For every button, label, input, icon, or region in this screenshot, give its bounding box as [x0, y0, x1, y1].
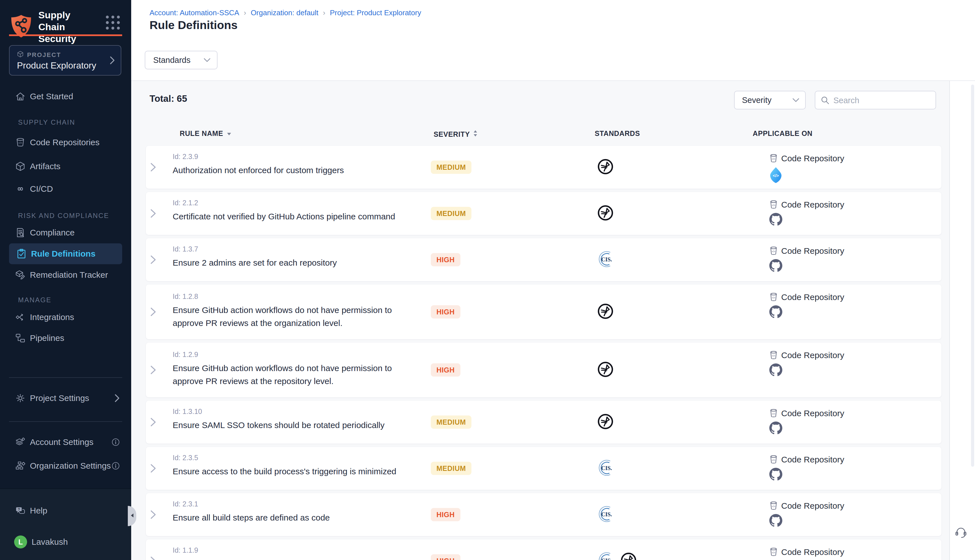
breadcrumb-separator: › — [323, 8, 326, 17]
row-expand-chevron-icon[interactable] — [150, 162, 157, 173]
code-language-icon: </> — [769, 167, 844, 185]
code-repository-icon: </> — [769, 350, 778, 360]
sidebar: Supply Chain Security PROJECT Product Ex… — [0, 0, 131, 560]
standards-icons — [598, 205, 613, 222]
sidebar-item-pipelines[interactable]: Pipelines — [0, 329, 131, 347]
sidebar-item-project-settings[interactable]: Project Settings — [0, 389, 131, 407]
svg-text:</>: </> — [772, 158, 775, 160]
gear-icon — [15, 393, 26, 403]
row-expand-chevron-icon[interactable] — [150, 254, 157, 265]
row-expand-chevron-icon[interactable] — [150, 364, 157, 376]
sidebar-item-label: Pipelines — [30, 333, 64, 343]
app-title: Supply Chain Security — [38, 9, 98, 45]
code-repository-icon: </> — [769, 246, 778, 256]
table-row[interactable]: Id: 2.3.5Ensure access to the build proc… — [146, 447, 942, 490]
severity-filter-label: Severity — [742, 96, 771, 105]
account-settings-icon — [15, 437, 26, 447]
rule-id: Id: 1.1.9 — [173, 546, 198, 554]
info-icon[interactable] — [112, 462, 120, 470]
accent-divider — [9, 34, 122, 36]
code-repository-icon: </> — [769, 408, 778, 418]
app-switcher-grid-icon[interactable] — [105, 15, 121, 32]
row-expand-chevron-icon[interactable] — [150, 509, 157, 520]
search-input[interactable] — [833, 92, 933, 109]
avatar: L — [14, 535, 27, 548]
sidebar-item-organization-settings[interactable]: Organization Settings — [0, 457, 131, 475]
sidebar-item-ci-cd[interactable]: CI/CD — [0, 180, 131, 198]
sidebar-item-help[interactable]: ? Help — [0, 502, 131, 520]
sidebar-item-get-started[interactable]: Get Started — [0, 87, 131, 105]
row-expand-chevron-icon[interactable] — [150, 463, 157, 474]
organization-settings-icon — [15, 460, 26, 471]
svg-text:</>: </> — [772, 297, 775, 299]
table-row[interactable]: Id: 1.2.9Ensure GitHub action workflows … — [146, 343, 942, 397]
standards-icons: CIS. — [598, 251, 614, 269]
support-headset-icon[interactable] — [955, 527, 967, 540]
severity-badge: HIGH — [431, 508, 461, 522]
scrollbar-thumb[interactable] — [971, 85, 974, 467]
code-repository-icon: </> — [769, 292, 778, 302]
breadcrumb-item[interactable]: Account: Automation-SSCA — [150, 8, 239, 17]
sidebar-item-label: Integrations — [30, 312, 74, 322]
sidebar-item-remediation-tracker[interactable]: Remediation Tracker — [0, 266, 131, 284]
row-expand-chevron-icon[interactable] — [150, 306, 157, 318]
column-header-rule-name[interactable]: RULE NAME — [180, 130, 232, 138]
severity-filter-dropdown[interactable]: Severity — [734, 91, 806, 109]
sidebar-item-compliance[interactable]: Compliance — [0, 223, 131, 242]
rule-name: Ensure GitHub action workflows do not ha… — [173, 304, 421, 330]
breadcrumb-item[interactable]: Project: Product Exploratory — [330, 8, 421, 17]
svg-text:CIS.: CIS. — [601, 511, 612, 517]
rule-name: Ensure 2 admins are set for each reposit… — [173, 256, 337, 269]
row-expand-chevron-icon[interactable] — [150, 417, 157, 428]
sidebar-item-integrations[interactable]: Integrations — [0, 308, 131, 326]
code-repository-icon: </> — [769, 501, 778, 511]
project-selector[interactable]: PROJECT Product Exploratory — [9, 45, 121, 75]
cis-icon: CIS. — [598, 251, 614, 269]
chevron-down-icon — [792, 98, 800, 102]
user-menu[interactable]: L Lavakush — [0, 533, 131, 551]
svg-text:</>: </> — [18, 141, 22, 144]
openssf-icon — [598, 414, 613, 430]
rules-table-body: Id: 2.3.9Authorization not enforced for … — [146, 146, 942, 560]
github-icon — [769, 422, 844, 436]
chevron-right-icon — [114, 393, 120, 403]
rule-name: Ensure GitHub action workflows do not ha… — [173, 362, 421, 388]
sidebar-item-rule-definitions[interactable]: Rule Definitions — [9, 243, 122, 264]
applicable-on: </>Code Repository — [769, 501, 844, 528]
standards-icons — [598, 159, 613, 176]
table-row[interactable]: Id: 1.3.10Ensure SAML SSO tokens should … — [146, 401, 942, 443]
info-icon[interactable] — [112, 438, 120, 447]
severity-badge: MEDIUM — [431, 161, 471, 174]
sidebar-item-account-settings[interactable]: Account Settings — [0, 433, 131, 451]
applicable-on-label: Code Repository — [781, 200, 844, 210]
applicable-on: </>Code Repository — [769, 547, 844, 557]
table-row[interactable]: Id: 2.3.9Authorization not enforced for … — [146, 146, 942, 188]
table-row[interactable]: Id: 1.3.7Ensure 2 admins are set for eac… — [146, 238, 942, 281]
collapse-arrow-icon — [130, 513, 134, 519]
sidebar-item-label: Remediation Tracker — [30, 270, 108, 280]
table-row[interactable]: Id: 2.3.1Ensure all build steps are defi… — [146, 493, 942, 536]
code-repository-icon: </> — [769, 455, 778, 464]
rules-content: Total: 65 Severity RULE NAME SEVERITY ST… — [131, 81, 949, 560]
total-count: Total: 65 — [150, 93, 187, 104]
svg-text:CIS.: CIS. — [601, 465, 612, 471]
rule-name: Certificate not verified by GitHub Actio… — [173, 210, 395, 223]
applicable-on: </>Code Repository — [769, 408, 844, 436]
svg-text:</>: </> — [772, 505, 775, 508]
table-row[interactable]: Id: 1.2.8Ensure GitHub action workflows … — [146, 285, 942, 339]
rule-id: Id: 1.3.10 — [173, 407, 202, 416]
rule-name: Ensure all build steps are defined as co… — [173, 511, 330, 524]
standards-filter-dropdown[interactable]: Standards — [145, 51, 217, 69]
user-name: Lavakush — [32, 537, 68, 547]
openssf-icon — [598, 362, 613, 378]
row-expand-chevron-icon[interactable] — [150, 555, 157, 560]
sidebar-item-artifacts[interactable]: Artifacts — [0, 157, 131, 175]
breadcrumb-item[interactable]: Organization: default — [251, 8, 319, 17]
column-header-severity[interactable]: SEVERITY — [434, 130, 477, 139]
table-row[interactable]: Id: 1.1.9HIGHCIS.</>Code Repository — [146, 539, 942, 560]
row-expand-chevron-icon[interactable] — [150, 208, 157, 219]
sidebar-section-label: SUPPLY CHAIN — [18, 118, 75, 127]
sidebar-item-code-repositories[interactable]: </>Code Repositories — [0, 133, 131, 152]
github-icon — [769, 363, 844, 378]
table-row[interactable]: Id: 2.1.2Certificate not verified by Git… — [146, 192, 942, 235]
